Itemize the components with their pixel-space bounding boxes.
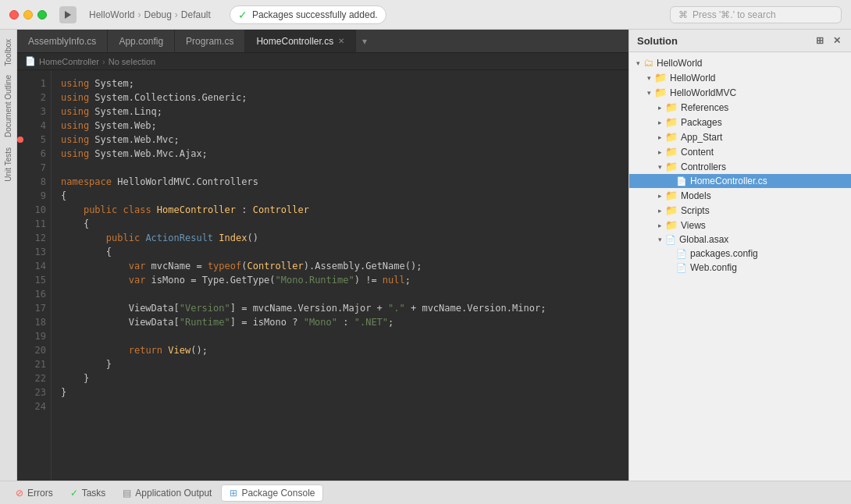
tree-item-homecontroller[interactable]: 📄 HomeController.cs [629,174,851,188]
tree-item-globalasax[interactable]: 📄 Global.asax [629,232,851,247]
minimize-button[interactable] [23,10,33,20]
solution-title: Solution [637,35,678,47]
close-button[interactable] [9,10,19,20]
views-folder-icon: 📁 [665,219,678,231]
bottom-tab-tasks[interactable]: ✓ Tasks [62,485,114,501]
bottom-tab-tasks-label: Tasks [82,488,106,499]
tab-appconfig[interactable]: App.config [108,30,175,53]
scripts-folder-icon: 📁 [665,204,678,216]
run-button[interactable] [59,6,77,23]
bottom-tab-appoutput[interactable]: ▤ Application Output [115,485,219,501]
gutter-markers [17,70,23,481]
project-folder-icon: 📁 [654,72,667,83]
tree-item-models[interactable]: 📁 Models [629,188,851,203]
tab-appconfig-label: App.config [119,36,163,47]
tree-label-packages: Packages [681,117,722,128]
tree-label-homecontroller: HomeController.cs [690,176,767,186]
bottom-tab-packageconsole-label: Package Console [241,488,315,499]
web-config-icon: 📄 [676,263,687,273]
bottom-bar: ⊘ Errors ✓ Tasks ▤ Application Output ⊞ … [0,481,851,504]
arrow-icon [643,74,654,82]
tree-item-scripts[interactable]: 📁 Scripts [629,203,851,218]
solution-icons: ⊞ ✕ [814,34,843,47]
editor-container: AssemblyInfo.cs App.config Program.cs Ho… [17,30,628,481]
solution-panel: Solution ⊞ ✕ 🗂 HelloWorld 📁 HelloWorld [628,30,851,481]
toolbox-panel: Toolbox Document Outline Unit Tests [0,30,17,481]
code-editor[interactable]: using System; using System.Collections.G… [52,70,628,481]
tree-item-helloworld[interactable]: 📁 HelloWorld [629,70,851,85]
tree-label-packagesconfig: packages.config [690,248,758,259]
check-icon: ✓ [238,9,247,21]
tree-label-controllers: Controllers [681,161,726,172]
models-folder-icon: 📁 [665,190,678,201]
packages-folder-icon: 📁 [665,116,678,128]
package-icon: ⊞ [230,488,237,499]
search-icon: ⌘ [678,9,688,20]
editor-breadcrumb-file: HomeController [39,57,99,66]
solution-tree: 🗂 HelloWorld 📁 HelloWorld 📁 HelloWorldMV… [629,52,851,481]
tree-label-root: HelloWorld [657,58,702,69]
tab-bar: AssemblyInfo.cs App.config Program.cs Ho… [17,30,628,53]
tree-label-content: Content [681,147,714,158]
toolbox-item-unit-tests[interactable]: Unit Tests [2,144,14,185]
main-area: Toolbox Document Outline Unit Tests Asse… [0,30,851,481]
error-icon: ⊘ [16,488,23,499]
arrow-icon [632,59,643,67]
tree-label-appstart: App_Start [681,132,722,143]
tree-label-models: Models [681,190,711,201]
tree-item-views[interactable]: 📁 Views [629,218,851,232]
editor-breadcrumb: 📄 HomeController › No selection [17,53,628,70]
tree-item-controllers[interactable]: 📁 Controllers [629,159,851,174]
arrow-icon [654,119,665,126]
status-text: Packages successfully added. [252,9,378,20]
tree-item-root[interactable]: 🗂 HelloWorld [629,55,851,70]
toolbox-item-toolbox[interactable]: Toolbox [2,36,14,69]
traffic-lights [9,10,47,20]
task-icon: ✓ [70,488,78,499]
arrow-icon [654,133,665,141]
tab-program[interactable]: Program.cs [175,30,245,53]
tab-homecontroller[interactable]: HomeController.cs ✕ [245,30,356,53]
solution-folder-icon: 🗂 [643,57,653,69]
bottom-tab-packageconsole[interactable]: ⊞ Package Console [221,484,323,502]
editor-breadcrumb-icon: 📄 [25,56,36,66]
expand-icon[interactable]: ⊞ [814,34,826,47]
breakpoint-marker [17,137,23,143]
tab-close-icon[interactable]: ✕ [338,37,344,45]
tab-overflow-button[interactable]: ▾ [356,36,373,47]
tree-item-packages[interactable]: 📁 Packages [629,115,851,130]
tab-assemblyinfo[interactable]: AssemblyInfo.cs [17,30,108,53]
close-solution-icon[interactable]: ✕ [831,34,843,47]
tab-assemblyinfo-label: AssemblyInfo.cs [28,36,96,47]
arrow-icon [643,89,654,97]
tree-item-content[interactable]: 📁 Content [629,144,851,159]
tree-label-helloworld: HelloWorld [670,73,715,83]
tree-item-appstart[interactable]: 📁 App_Start [629,130,851,144]
packages-config-icon: 📄 [676,249,687,259]
tree-item-helloworldmvc[interactable]: 📁 HelloWorldMVC [629,85,851,100]
tree-item-references[interactable]: 📁 References [629,100,851,115]
tree-label-helloworldmvc: HelloWorldMVC [670,87,736,98]
bottom-tab-appoutput-label: Application Output [135,488,212,499]
editor-breadcrumb-selection: No selection [109,57,156,66]
toolbox-item-document-outline[interactable]: Document Outline [2,72,14,140]
arrow-icon [654,104,665,112]
tree-label-globalasax: Global.asax [679,234,728,245]
arrow-icon [654,222,665,229]
asax-file-icon: 📄 [665,235,676,245]
titlebar: HelloWorld › Debug › Default ✓ Packages … [0,0,851,30]
maximize-button[interactable] [37,10,47,20]
appstart-folder-icon: 📁 [665,131,678,143]
search-bar[interactable]: ⌘ Press '⌘.' to search [670,6,842,23]
cs-file-icon: 📄 [676,176,687,186]
arrow-icon [654,236,665,243]
references-folder-icon: 📁 [665,101,678,113]
bottom-tab-errors[interactable]: ⊘ Errors [8,485,61,501]
breadcrumb: HelloWorld › Debug › Default [89,9,211,20]
content-folder-icon: 📁 [665,146,678,158]
tree-label-webconfig: Web.config [690,262,737,273]
tree-item-packagesconfig[interactable]: 📄 packages.config [629,247,851,261]
tree-item-webconfig[interactable]: 📄 Web.config [629,261,851,275]
bottom-tab-errors-label: Errors [27,488,53,499]
editor-breadcrumb-sep: › [102,57,105,66]
